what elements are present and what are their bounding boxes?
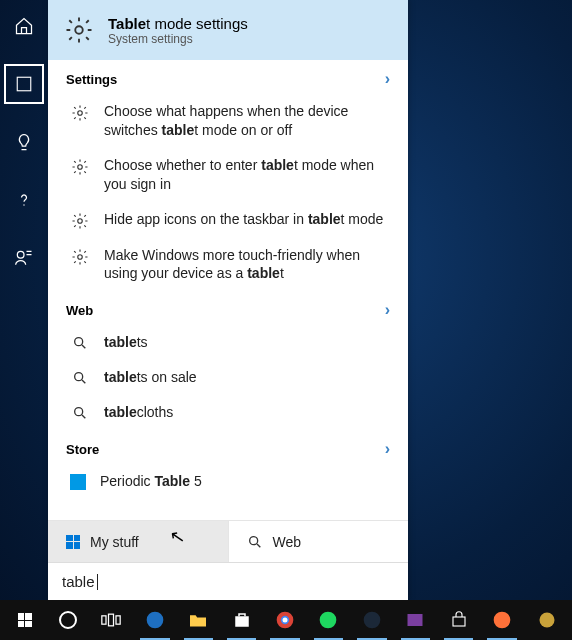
scope-bar: My stuff Web	[48, 520, 408, 562]
taskbar-store[interactable]	[221, 600, 262, 640]
cortana-button[interactable]	[47, 600, 88, 640]
start-button[interactable]	[4, 600, 45, 640]
taskbar-explorer[interactable]	[178, 600, 219, 640]
svg-point-5	[78, 165, 83, 170]
settings-result[interactable]: Choose whether to enter tablet mode when…	[48, 148, 408, 202]
svg-rect-0	[17, 77, 31, 91]
svg-point-24	[494, 612, 511, 629]
help-icon	[14, 190, 34, 210]
settings-result[interactable]: Choose what happens when the device swit…	[48, 94, 408, 148]
chevron-right-icon: ›	[385, 301, 390, 319]
gear-icon	[70, 158, 90, 176]
tray-icon	[537, 610, 557, 630]
taskbar-tray[interactable]	[527, 600, 568, 640]
taskbar-steam[interactable]	[351, 600, 392, 640]
taskview-icon	[101, 613, 121, 627]
svg-rect-22	[408, 614, 423, 626]
store-results: Periodic Table 5	[48, 464, 408, 499]
taskbar-onenote[interactable]	[395, 600, 436, 640]
taskview-button[interactable]	[91, 600, 132, 640]
svg-point-6	[78, 218, 83, 223]
scope-my-stuff[interactable]: My stuff	[48, 521, 228, 562]
search-input[interactable]: table	[48, 562, 408, 600]
text-caret	[97, 574, 98, 590]
svg-point-25	[540, 613, 555, 628]
chevron-right-icon: ›	[385, 440, 390, 458]
search-results-panel: Tablet mode settings System settings Set…	[48, 0, 408, 600]
search-icon	[70, 335, 90, 351]
home-icon	[14, 16, 34, 36]
taskbar-edge[interactable]	[134, 600, 175, 640]
settings-results: Choose what happens when the device swit…	[48, 94, 408, 291]
rail-apps[interactable]	[4, 64, 44, 104]
search-icon	[247, 534, 263, 550]
svg-point-7	[78, 254, 83, 259]
svg-point-11	[249, 536, 257, 544]
gear-icon	[70, 248, 90, 266]
bulb-icon	[14, 132, 34, 152]
svg-rect-13	[109, 614, 114, 626]
app-tile-icon	[70, 474, 86, 490]
store-icon	[233, 611, 251, 629]
best-match-subtitle: System settings	[108, 32, 248, 46]
taskbar-bag[interactable]	[438, 600, 479, 640]
svg-point-20	[320, 612, 337, 629]
bag-icon	[450, 611, 468, 629]
scope-web[interactable]: Web	[228, 521, 409, 562]
svg-point-1	[23, 204, 24, 205]
taskbar	[0, 600, 572, 640]
rail-home[interactable]	[4, 6, 44, 46]
gear-icon	[70, 104, 90, 122]
steam-icon	[362, 610, 382, 630]
svg-rect-16	[235, 616, 249, 627]
svg-rect-12	[102, 616, 106, 624]
windows-icon	[66, 535, 80, 549]
taskbar-chrome[interactable]	[264, 600, 305, 640]
folder-icon	[188, 612, 208, 628]
chevron-right-icon: ›	[385, 70, 390, 88]
web-result[interactable]: tablets on sale	[48, 360, 408, 395]
svg-point-19	[283, 618, 288, 623]
web-results: tablets tablets on sale tablecloths	[48, 325, 408, 430]
svg-rect-14	[116, 616, 120, 624]
category-rail	[0, 0, 48, 600]
feedback-icon	[14, 248, 34, 268]
gear-icon	[64, 15, 94, 45]
web-result[interactable]: tablecloths	[48, 395, 408, 430]
edge-icon	[145, 610, 165, 630]
rail-help[interactable]	[4, 180, 44, 220]
best-match-result[interactable]: Tablet mode settings System settings	[48, 0, 408, 60]
svg-point-4	[78, 111, 83, 116]
box-icon	[15, 75, 33, 93]
gear-icon	[70, 212, 90, 230]
firefox-icon	[492, 610, 512, 630]
chrome-icon	[275, 610, 295, 630]
web-result[interactable]: tablets	[48, 325, 408, 360]
svg-point-10	[75, 408, 83, 416]
windows-icon	[18, 613, 32, 627]
svg-rect-23	[453, 617, 465, 626]
search-icon	[70, 370, 90, 386]
rail-feedback[interactable]	[4, 238, 44, 278]
svg-point-2	[17, 251, 24, 258]
taskbar-firefox[interactable]	[481, 600, 522, 640]
svg-point-8	[75, 338, 83, 346]
onenote-icon	[406, 611, 424, 629]
spotify-icon	[318, 610, 338, 630]
store-result[interactable]: Periodic Table 5	[48, 464, 408, 499]
settings-result[interactable]: Hide app icons on the taskbar in tablet …	[48, 202, 408, 238]
svg-point-21	[363, 612, 380, 629]
section-header-settings[interactable]: Settings ›	[48, 60, 408, 94]
svg-point-15	[147, 612, 164, 629]
section-header-store[interactable]: Store ›	[48, 430, 408, 464]
taskbar-spotify[interactable]	[308, 600, 349, 640]
rail-tips[interactable]	[4, 122, 44, 162]
best-match-title: Tablet mode settings	[108, 15, 248, 32]
cortana-icon	[59, 611, 77, 629]
svg-point-3	[75, 26, 83, 34]
svg-point-9	[75, 373, 83, 381]
section-header-web[interactable]: Web ›	[48, 291, 408, 325]
settings-result[interactable]: Make Windows more touch-friendly when us…	[48, 238, 408, 292]
search-icon	[70, 405, 90, 421]
